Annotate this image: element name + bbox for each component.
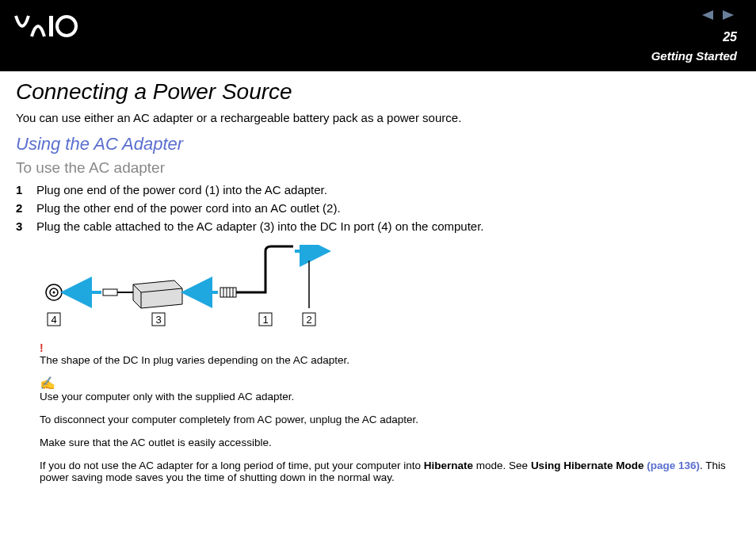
step-list: 1 Plug one end of the power cord (1) int… — [16, 183, 740, 233]
warning-block: ! The shape of the DC In plug varies dep… — [40, 341, 740, 366]
diagram-label-3: 3 — [155, 314, 161, 326]
step-text: Plug the other end of the power cord int… — [36, 201, 341, 215]
note-text: Make sure that the AC outlet is easily a… — [40, 437, 740, 448]
list-item: 2 Plug the other end of the power cord i… — [16, 201, 740, 215]
subsection-heading: Using the AC Adapter — [16, 134, 740, 154]
step-text: Plug the cable attached to the AC adapte… — [36, 219, 484, 233]
connection-diagram: 4 3 1 2 — [40, 245, 740, 335]
note-text: Use your computer only with the supplied… — [40, 391, 740, 402]
svg-point-1 — [57, 17, 76, 36]
diagram-label-2: 2 — [306, 314, 311, 326]
procedure-heading: To use the AC adapter — [16, 159, 740, 177]
svg-point-7 — [53, 292, 55, 294]
diagram-label-1: 1 — [262, 314, 268, 326]
prev-page-icon[interactable] — [701, 10, 715, 21]
step-number: 1 — [16, 183, 36, 196]
warning-text: The shape of the DC In plug varies depen… — [40, 354, 740, 366]
note-text: To disconnect your computer completely f… — [40, 414, 740, 425]
note-text: If you do not use the AC adapter for a l… — [40, 460, 740, 483]
section-label: Getting Started — [651, 49, 737, 63]
page-header: 25 Getting Started — [0, 0, 756, 71]
list-item: 3 Plug the cable attached to the AC adap… — [16, 219, 740, 233]
nav-arrows — [699, 10, 737, 24]
list-item: 1 Plug one end of the power cord (1) int… — [16, 183, 740, 196]
warning-icon: ! — [40, 341, 740, 354]
diagram-label-4: 4 — [51, 314, 56, 326]
page-title: Connecting a Power Source — [16, 79, 740, 105]
svg-rect-9 — [103, 289, 117, 296]
step-number: 3 — [16, 219, 36, 233]
svg-marker-3 — [723, 10, 734, 20]
next-page-icon[interactable] — [721, 10, 735, 21]
svg-rect-15 — [220, 288, 236, 297]
step-number: 2 — [16, 201, 36, 215]
step-text: Plug one end of the power cord (1) into … — [36, 183, 327, 196]
svg-rect-0 — [49, 16, 53, 36]
page-content: Connecting a Power Source You can use ei… — [0, 71, 756, 510]
page-number: 25 — [723, 30, 737, 44]
intro-text: You can use either an AC adapter or a re… — [16, 111, 740, 124]
svg-marker-2 — [702, 10, 713, 20]
vaio-logo — [14, 14, 101, 44]
note-icon: ✍ — [40, 376, 740, 391]
note-block: ✍ Use your computer only with the suppli… — [40, 376, 740, 483]
page-link[interactable]: (page 136) — [647, 460, 700, 471]
